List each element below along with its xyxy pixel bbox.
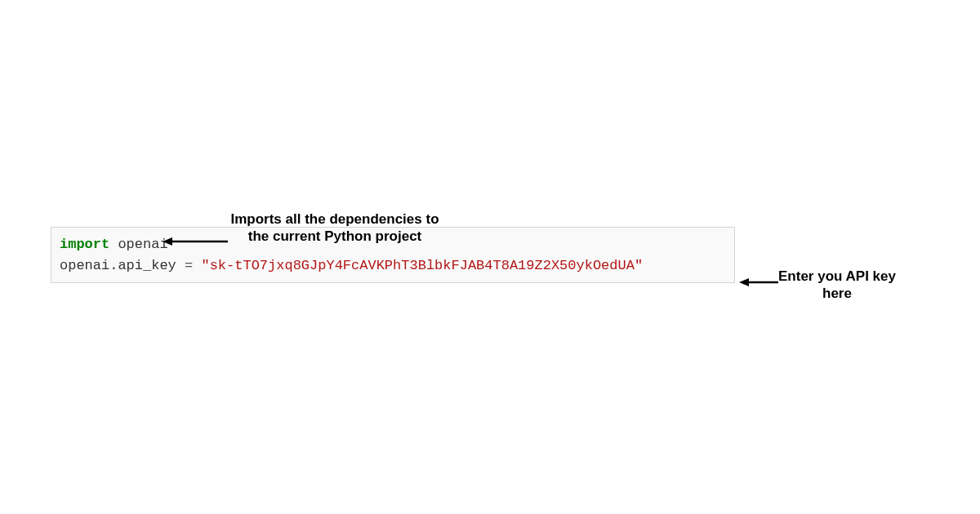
svg-marker-1 — [163, 237, 172, 246]
code-line-2: openai.api_key = "sk-tTO7jxq8GJpY4FcAVKP… — [60, 255, 726, 277]
module-name: openai — [109, 237, 167, 252]
annotation-import: Imports all the dependencies to the curr… — [229, 210, 441, 246]
svg-marker-3 — [739, 278, 749, 286]
space — [193, 258, 201, 273]
string-apikey: "sk-tTO7jxq8GJpY4FcAVKPhT3BlbkFJAB4T8A19… — [201, 258, 643, 273]
code-prefix: openai.api_key — [60, 258, 185, 273]
annotation-apikey: Enter you API key here — [776, 268, 898, 303]
operator-equals: = — [185, 258, 193, 273]
arrow-left-icon — [739, 277, 778, 287]
arrow-left-icon — [163, 237, 228, 246]
keyword-import: import — [60, 237, 109, 252]
